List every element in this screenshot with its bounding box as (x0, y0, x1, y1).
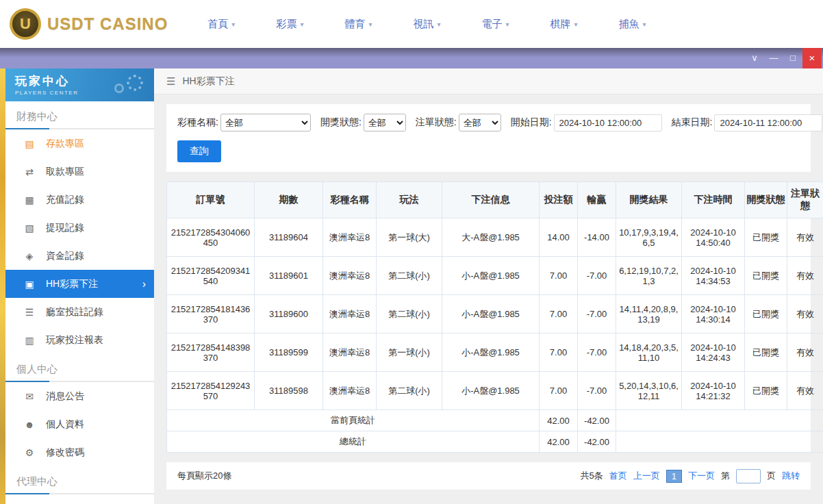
cell-order-status: 有效 (787, 295, 823, 333)
collapse-button[interactable]: ∨ (745, 48, 764, 68)
cell-lottery-name: 澳洲幸运8 (323, 295, 377, 333)
sidebar-item-label: 廳室投註記錄 (46, 306, 103, 318)
user-icon: ☻ (23, 419, 36, 430)
bet-report-icon: ▥ (23, 335, 36, 346)
page-jump-input[interactable] (736, 469, 761, 483)
draw-status-select[interactable]: 全部 (364, 114, 406, 131)
cell-order-status: 有效 (787, 218, 823, 257)
logo-coin-icon: U (10, 8, 41, 40)
sidebar-item-change-password[interactable]: ⚙修改密碼 (5, 438, 154, 466)
chevron-down-icon: ▾ (231, 21, 235, 28)
summary-bet-amount: 42.00 (540, 410, 578, 431)
cell-bet-time: 2024-10-10 14:30:14 (682, 295, 745, 333)
nav-item-體育[interactable]: 體育▾ (344, 18, 372, 31)
filter-card: 彩種名稱: 全部 開獎狀態: 全部 注單狀態: 全 (166, 104, 811, 172)
maximize-button[interactable]: □ (783, 48, 802, 68)
sidebar-item-withdrawal-records[interactable]: ▧提現記錄 (5, 214, 154, 242)
background-gold-strip (0, 68, 5, 504)
sidebar-title: 玩家中心 (15, 73, 144, 89)
first-page-link[interactable]: 首页 (609, 470, 627, 482)
nav-item-彩票[interactable]: 彩票▾ (276, 18, 303, 31)
cell-play-type: 第二球(小) (377, 372, 442, 410)
table-row: 215217285414839837031189599澳洲幸运8第一球(小)小-… (167, 333, 823, 372)
cell-win-loss: -7.00 (578, 333, 616, 372)
search-button[interactable]: 查詢 (177, 140, 221, 162)
nav-item-視訊[interactable]: 視訊▾ (413, 18, 440, 31)
table-header-row: 訂單號期數彩種名稱玩法下注信息投注額輸贏開獎結果下注時間開獎狀態注單狀態 (167, 182, 823, 218)
menu-icon[interactable]: ☰ (166, 75, 175, 88)
cell-order-no: 2152172854129243570 (167, 372, 255, 410)
cell-draw-status: 已開獎 (745, 218, 787, 257)
lottery-name-select[interactable]: 全部 (220, 114, 311, 131)
sidebar-item-funds-records[interactable]: ◈資金記錄 (5, 242, 154, 270)
next-page-link[interactable]: 下一页 (688, 470, 715, 482)
sidebar-item-room-bet-records[interactable]: ☰廳室投註記錄 (5, 298, 154, 326)
cell-period: 31189604 (255, 218, 323, 257)
sidebar-item-player-bet-report[interactable]: ▥玩家投注報表 (5, 326, 154, 354)
sidebar: 玩家中心 PLAYERS CENTER 財務中心▤存款專區⇄取款專區▦充值記錄▧… (5, 68, 154, 504)
nav-item-首頁[interactable]: 首頁▾ (207, 18, 235, 31)
cell-bet-amount: 7.00 (540, 372, 578, 410)
column-header-lottery-name: 彩種名稱 (323, 182, 377, 218)
order-status-select[interactable]: 全部 (459, 114, 501, 131)
page-title: HH彩票下注 (182, 75, 234, 88)
sidebar-section-label: 個人中心 (5, 354, 154, 381)
summary-win-loss: -42.00 (578, 431, 616, 453)
poker-chip-icon (127, 75, 143, 91)
nav-item-捕魚[interactable]: 捕魚▾ (619, 18, 646, 31)
column-header-draw-result: 開獎結果 (616, 182, 682, 218)
cell-lottery-name: 澳洲幸运8 (323, 218, 377, 257)
start-date-input[interactable] (554, 114, 662, 131)
pagination: 共5条 首页 上一页 1 下一页 第 页 跳转 (581, 469, 800, 483)
chevron-down-icon: ▾ (505, 21, 509, 28)
window-titlebar: ∨—□× (0, 48, 823, 68)
current-page-indicator[interactable]: 1 (666, 470, 682, 483)
table-row: 215217285420934154031189601澳洲幸运8第二球(小)小-… (167, 257, 823, 295)
cell-play-type: 第二球(小) (377, 257, 442, 295)
nav-item-棋牌[interactable]: 棋牌▾ (550, 18, 578, 31)
column-header-order-no: 訂單號 (167, 182, 255, 218)
sidebar-item-withdraw[interactable]: ⇄取款專區 (5, 158, 154, 186)
nav-item-label: 首頁 (207, 18, 228, 31)
nav-item-電子[interactable]: 電子▾ (481, 18, 509, 31)
bets-table: 訂單號期數彩種名稱玩法下注信息投注額輸贏開獎結果下注時間開獎狀態注單狀態 215… (166, 181, 823, 453)
lottery-bet-icon: ▣ (23, 279, 36, 290)
end-date-input[interactable] (714, 114, 822, 131)
minimize-button[interactable]: — (764, 48, 783, 68)
sidebar-item-hh-lottery-bets[interactable]: ▣HH彩票下注› (5, 270, 154, 298)
sidebar-item-label: 資金記錄 (46, 250, 84, 262)
cell-bet-time: 2024-10-10 14:21:32 (682, 372, 745, 410)
summary-empty (616, 410, 823, 431)
total-count-text: 共5条 (581, 470, 603, 482)
nav-item-label: 電子 (481, 18, 502, 31)
sidebar-item-label: 提現記錄 (46, 222, 84, 234)
cell-draw-result: 14,18,4,20,3,5,11,10 (616, 333, 682, 372)
prev-page-link[interactable]: 上一页 (633, 470, 660, 482)
sidebar-item-announcements[interactable]: ✉消息公告 (5, 382, 154, 410)
chevron-down-icon: ▾ (574, 21, 578, 28)
sidebar-item-label: 個人資料 (46, 418, 84, 431)
site-logo[interactable]: U USDT CASINO (10, 8, 168, 40)
sidebar-subtitle: PLAYERS CENTER (15, 90, 144, 96)
sidebar-section-label: 財務中心 (5, 101, 154, 128)
jump-button[interactable]: 跳转 (782, 470, 800, 482)
sidebar-section-divider (5, 493, 154, 494)
column-header-bet-time: 下注時間 (682, 182, 745, 218)
sidebar-item-deposit[interactable]: ▤存款專區 (5, 129, 154, 158)
sidebar-item-recharge-records[interactable]: ▦充值記錄 (5, 186, 154, 214)
cell-order-no: 2152172854209341540 (167, 257, 255, 295)
cell-bet-info: 小-A盤@1.985 (442, 257, 540, 295)
sidebar-item-label: 玩家投注報表 (46, 334, 103, 346)
withdraw-icon: ⇄ (23, 166, 36, 177)
sidebar-item-label: HH彩票下注 (46, 278, 98, 290)
sidebar-item-profile[interactable]: ☻個人資料 (5, 410, 154, 438)
breadcrumb: ☰ HH彩票下注 (154, 68, 823, 94)
table-footer: 每頁顯示20條 共5条 首页 上一页 1 下一页 第 页 跳转 (166, 462, 811, 490)
column-header-win-loss: 輸贏 (578, 182, 616, 218)
sidebar-item-label: 充值記錄 (46, 194, 84, 206)
close-button[interactable]: × (802, 48, 822, 68)
table-row: 215217285430406045031189604澳洲幸运8第一球(大)大-… (167, 218, 823, 257)
chevron-right-icon: › (142, 278, 146, 290)
cell-win-loss: -7.00 (578, 372, 616, 410)
column-header-play-type: 玩法 (377, 182, 442, 218)
